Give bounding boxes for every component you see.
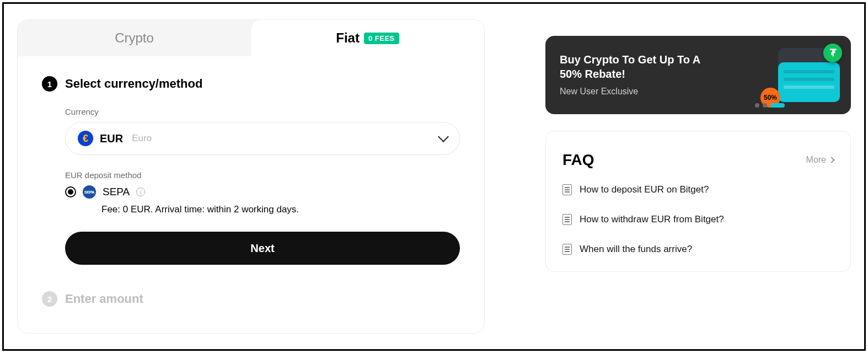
tab-fiat[interactable]: Fiat 0 FEES: [251, 20, 484, 56]
method-field: EUR deposit method S€PA SEPA i Fee: 0 EU…: [65, 170, 460, 265]
zero-fees-badge: 0 FEES: [364, 33, 399, 44]
step-2-title: Enter amount: [65, 292, 143, 306]
method-subtext: Fee: 0 EUR. Arrival time: within 2 worki…: [101, 204, 460, 215]
currency-field: Currency € EUR Euro: [65, 107, 460, 155]
method-label: EUR deposit method: [65, 170, 460, 180]
faq-item-0[interactable]: How to deposit EUR on Bitget?: [562, 184, 834, 195]
currency-code: EUR: [100, 132, 123, 145]
info-icon[interactable]: i: [136, 188, 145, 196]
document-icon: [562, 214, 572, 225]
promo-banner[interactable]: Buy Crypto To Get Up To A 50% Rebate! Ne…: [545, 36, 851, 114]
radio-selected-icon: [65, 186, 76, 197]
tab-crypto-label: Crypto: [115, 30, 154, 46]
document-icon: [562, 184, 572, 195]
faq-title: FAQ: [562, 151, 806, 169]
chevron-down-icon: [438, 131, 449, 142]
faq-list: How to deposit EUR on Bitget? How to wit…: [562, 184, 834, 255]
currency-label: Currency: [65, 107, 460, 116]
faq-question: When will the funds arrive?: [580, 244, 692, 255]
faq-question: How to withdraw EUR from Bitget?: [580, 214, 724, 225]
faq-card: FAQ More How to deposit EUR on Bitget? H…: [545, 131, 851, 272]
card-front-icon: [778, 62, 840, 102]
step-1-title: Select currency/method: [65, 77, 202, 91]
step-1-bullet: 1: [42, 76, 57, 92]
dot-3-active[interactable]: [770, 103, 785, 108]
deposit-card: Crypto Fiat 0 FEES 1 Select currency/met…: [17, 19, 485, 334]
dot-1[interactable]: [755, 103, 759, 108]
eur-icon: €: [78, 131, 93, 146]
promo-title: Buy Crypto To Get Up To A 50% Rebate!: [560, 52, 720, 81]
step-2-bullet: 2: [42, 291, 57, 307]
method-sepa-option[interactable]: S€PA SEPA i: [65, 185, 460, 199]
tab-fiat-label: Fiat: [336, 30, 360, 46]
document-icon: [562, 244, 572, 255]
step-1-header: 1 Select currency/method: [42, 76, 460, 92]
faq-item-1[interactable]: How to withdraw EUR from Bitget?: [562, 214, 834, 225]
faq-header: FAQ More: [562, 151, 834, 169]
promo-illustration: ₮ 50%: [760, 44, 843, 110]
faq-more-link[interactable]: More: [806, 155, 834, 165]
next-button-label: Next: [250, 242, 274, 254]
faq-more-label: More: [806, 155, 826, 165]
currency-name: Euro: [132, 133, 152, 144]
faq-question: How to deposit EUR on Bitget?: [580, 184, 709, 195]
faq-item-2[interactable]: When will the funds arrive?: [562, 244, 834, 255]
card-body: 1 Select currency/method Currency € EUR …: [18, 56, 484, 323]
tether-coin-icon: ₮: [823, 44, 842, 62]
tab-crypto[interactable]: Crypto: [18, 20, 251, 56]
sepa-icon: S€PA: [83, 185, 96, 199]
dot-2[interactable]: [763, 103, 767, 108]
method-name: SEPA: [103, 186, 130, 198]
currency-select[interactable]: € EUR Euro: [65, 122, 460, 155]
chevron-right-icon: [828, 157, 834, 163]
page-frame: Crypto Fiat 0 FEES 1 Select currency/met…: [2, 2, 866, 351]
step-2-header: 2 Enter amount: [42, 291, 460, 307]
tabs: Crypto Fiat 0 FEES: [18, 20, 484, 56]
next-button[interactable]: Next: [65, 232, 460, 265]
right-column: Buy Crypto To Get Up To A 50% Rebate! Ne…: [545, 19, 851, 334]
carousel-dots[interactable]: [755, 103, 785, 108]
